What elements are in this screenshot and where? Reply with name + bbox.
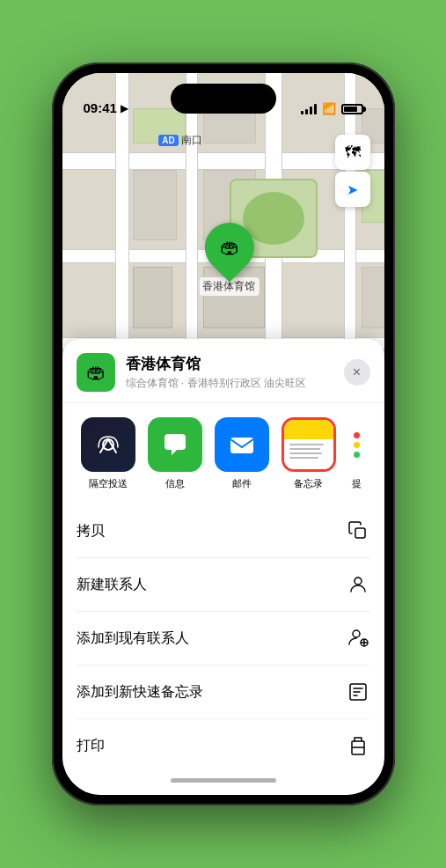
- notes-icon: [281, 417, 336, 472]
- map-type-button[interactable]: 🗺: [335, 135, 370, 170]
- share-item-airdrop[interactable]: 隔空投送: [77, 417, 140, 490]
- dot-red: [354, 432, 360, 438]
- new-note-label: 添加到新快速备忘录: [77, 683, 203, 702]
- action-print[interactable]: 打印: [77, 718, 370, 765]
- airdrop-icon: [81, 417, 135, 472]
- signal-bars-icon: [301, 104, 317, 114]
- dynamic-island: [171, 84, 276, 114]
- map-controls: 🗺 ➤: [335, 135, 370, 207]
- status-time: 09:41: [84, 100, 117, 115]
- venue-name: 香港体育馆: [126, 354, 344, 374]
- add-contact-icon: [346, 626, 370, 651]
- print-label: 打印: [77, 737, 105, 755]
- bottom-sheet: 🏟 香港体育馆 综合体育馆 · 香港特别行政区 油尖旺区 ×: [62, 339, 384, 795]
- close-button[interactable]: ×: [344, 359, 370, 386]
- action-add-contact[interactable]: 添加到现有联系人: [77, 611, 370, 665]
- dot-yellow: [354, 442, 360, 448]
- action-list: 拷贝 新建联系人: [62, 504, 384, 765]
- share-item-messages[interactable]: 信息: [143, 417, 207, 490]
- airdrop-label: 隔空投送: [89, 477, 128, 490]
- print-icon: [346, 733, 370, 758]
- svg-point-3: [355, 577, 362, 585]
- sheet-header: 🏟 香港体育馆 综合体育馆 · 香港特别行政区 油尖旺区 ×: [62, 339, 384, 403]
- venue-info: 香港体育馆 综合体育馆 · 香港特别行政区 油尖旺区: [126, 354, 344, 391]
- location-pin: 🏟 香港体育馆: [199, 223, 259, 296]
- share-item-notes[interactable]: 备忘录: [277, 417, 340, 490]
- copy-label: 拷贝: [77, 522, 105, 541]
- share-row: 隔空投送 信息: [62, 403, 384, 504]
- more-dots-container: [343, 417, 371, 472]
- messages-svg: [159, 429, 191, 460]
- notes-label: 备忘录: [294, 477, 323, 490]
- map-icon: 🗺: [345, 143, 361, 162]
- home-indicator: [62, 765, 384, 795]
- dot-green: [354, 452, 360, 458]
- location-arrow-icon: ➤: [347, 181, 358, 198]
- action-new-contact[interactable]: 新建联系人: [77, 557, 370, 611]
- action-copy[interactable]: 拷贝: [77, 504, 370, 557]
- location-button[interactable]: ➤: [335, 172, 370, 207]
- copy-icon: [346, 519, 370, 543]
- svg-rect-12: [352, 747, 364, 754]
- pin-emoji: 🏟: [219, 236, 238, 259]
- svg-rect-1: [230, 438, 253, 453]
- messages-label: 信息: [165, 477, 185, 490]
- new-contact-icon: [346, 572, 370, 597]
- messages-icon: [148, 417, 202, 472]
- more-label: 提: [352, 477, 362, 490]
- wifi-icon: 📶: [322, 102, 336, 115]
- map-label-text: 南口: [181, 133, 202, 148]
- status-icons: 📶: [301, 102, 363, 115]
- svg-point-4: [353, 630, 360, 637]
- share-item-mail[interactable]: 邮件: [210, 417, 274, 490]
- mail-svg: [226, 429, 258, 460]
- action-new-note[interactable]: 添加到新快速备忘录: [77, 665, 370, 718]
- map-label-prefix: AD: [158, 135, 178, 146]
- share-item-more[interactable]: 提: [344, 417, 370, 490]
- map-label-container: AD 南口: [158, 133, 201, 148]
- airdrop-svg: [93, 430, 123, 460]
- new-note-icon: [346, 680, 370, 704]
- phone-screen: 09:41 ▶ 📶: [62, 73, 384, 795]
- location-arrow-icon: ▶: [121, 102, 128, 114]
- new-contact-label: 新建联系人: [77, 576, 147, 594]
- venue-description: 综合体育馆 · 香港特别行政区 油尖旺区: [126, 376, 344, 391]
- venue-emoji: 🏟: [86, 361, 106, 384]
- mail-label: 邮件: [232, 477, 252, 490]
- mail-icon: [215, 417, 269, 472]
- phone-frame: 09:41 ▶ 📶: [52, 63, 395, 805]
- home-bar: [171, 778, 276, 783]
- venue-icon: 🏟: [77, 353, 115, 392]
- pin-circle: 🏟: [194, 212, 264, 282]
- battery-icon: [341, 104, 363, 114]
- svg-rect-2: [355, 528, 365, 538]
- add-contact-label: 添加到现有联系人: [77, 629, 189, 648]
